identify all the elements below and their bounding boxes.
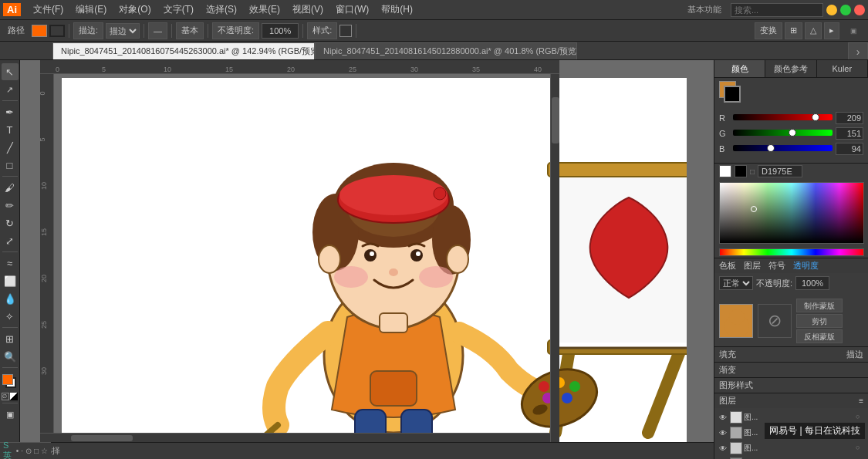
tab-color[interactable]: 颜色 — [714, 60, 765, 77]
transform-label[interactable]: 变换 — [755, 22, 782, 39]
rotate-tool[interactable]: ↻ — [2, 214, 19, 231]
scrollbar-vertical[interactable] — [550, 74, 559, 442]
zoom-tool[interactable]: 🔍 — [2, 348, 19, 365]
minimize-button[interactable] — [826, 5, 837, 15]
gradient-icon[interactable] — [10, 393, 18, 400]
blue-slider-thumb[interactable] — [767, 144, 775, 152]
invert-button[interactable]: 反相蒙版 — [796, 329, 843, 343]
hex-input[interactable] — [758, 165, 802, 177]
artboard-tool[interactable]: ⊞ — [2, 330, 19, 347]
green-value[interactable] — [836, 127, 863, 140]
no-mask-icon[interactable]: ⊘ — [758, 304, 792, 338]
fill-swatch[interactable] — [2, 374, 13, 385]
menu-text[interactable]: 文字(T) — [157, 2, 200, 18]
bottom-dot-2[interactable]: · — [21, 447, 23, 455]
red-value[interactable] — [836, 112, 863, 124]
menu-edit[interactable]: 编辑(E) — [69, 2, 113, 18]
layers-options-icon[interactable]: ≡ — [859, 397, 863, 405]
black-color-icon[interactable] — [735, 165, 747, 177]
menu-select[interactable]: 选择(S) — [200, 2, 243, 18]
svg-rect-40 — [380, 313, 407, 332]
scrollbar-horizontal[interactable] — [40, 433, 550, 442]
brush-mode[interactable]: 描边: — [73, 22, 103, 39]
layer-lock-3[interactable]: ○ — [856, 444, 865, 453]
scale-tool[interactable]: ⤢ — [2, 232, 19, 249]
menu-effect[interactable]: 效果(E) — [243, 2, 286, 18]
rgb-sliders: R G B — [714, 107, 868, 163]
none-icon[interactable]: ∅ — [2, 393, 9, 400]
eyedropper-tool[interactable]: 💧 — [2, 290, 19, 307]
tab-1-label: Nipic_8047451_20140816075445263000.ai* @… — [61, 46, 315, 57]
basic-select[interactable]: 基本 — [176, 22, 204, 39]
null-color-icon[interactable] — [719, 165, 731, 177]
stroke-color-swatch[interactable] — [49, 25, 65, 37]
type-tool[interactable]: T — [2, 121, 19, 138]
more-options[interactable]: ▸ — [824, 22, 839, 39]
close-button[interactable] — [854, 5, 865, 15]
menu-window[interactable]: 窗口(W) — [329, 2, 375, 18]
layer-name-1: 图... — [744, 412, 854, 423]
svg-point-33 — [370, 251, 374, 256]
scrollbar-thumb-v[interactable] — [552, 97, 559, 143]
scrollbar-thumb-h[interactable] — [71, 435, 133, 441]
gradient-tool[interactable]: ⬜ — [2, 272, 19, 289]
background-color[interactable] — [724, 86, 741, 103]
menu-view[interactable]: 视图(V) — [286, 2, 329, 18]
tab-scroll-right[interactable]: › — [848, 42, 868, 59]
maximize-button[interactable] — [840, 5, 851, 15]
ruler-horizontal: 0 5 10 15 20 25 30 35 40 45 — [40, 60, 559, 74]
make-mask-button[interactable]: 制作蒙版 — [796, 299, 843, 312]
layer-visibility-2[interactable]: 👁 — [718, 427, 728, 438]
paintbrush-tool[interactable]: 🖌 — [2, 179, 19, 196]
brush-select[interactable]: 描边 — [106, 23, 140, 39]
transparency-header[interactable]: 色板 图层 符号 透明度 — [714, 258, 868, 273]
blend-mode-select[interactable]: 正常 — [719, 276, 753, 290]
layer-visibility-1[interactable]: 👁 — [718, 412, 728, 423]
layer-visibility-3[interactable]: 👁 — [718, 443, 728, 454]
menu-object[interactable]: 对象(O) — [113, 2, 157, 18]
layer-name-3: 图... — [744, 443, 854, 454]
ruler-vertical: 0 5 10 15 20 25 30 — [40, 74, 54, 442]
svg-point-30 — [434, 187, 446, 200]
tab-document-2[interactable]: Nipic_8047451_20140816145012880000.ai* @… — [315, 42, 577, 59]
svg-point-12 — [569, 381, 580, 392]
stroke-width[interactable]: — — [148, 22, 167, 39]
clip-button[interactable]: 剪切 — [796, 314, 843, 328]
tab-kuler[interactable]: Kuler — [817, 60, 868, 77]
menu-help[interactable]: 帮助(H) — [375, 2, 419, 18]
menu-file[interactable]: 文件(F) — [27, 2, 69, 18]
red-slider-wrap — [733, 114, 833, 122]
layer-item-4[interactable]: 👁 图... ○ — [714, 456, 868, 459]
line-tool[interactable]: ╱ — [2, 139, 19, 156]
direct-select-tool[interactable]: ↗ — [2, 81, 19, 98]
tab-document-1[interactable]: Nipic_8047451_20140816075445263000.ai* @… — [52, 42, 315, 59]
style-label: 样式: — [307, 22, 337, 39]
pathfinder[interactable]: △ — [805, 22, 822, 39]
color-spectrum[interactable] — [719, 182, 864, 244]
style-swatch[interactable] — [339, 25, 352, 37]
blend-tool[interactable]: ⟡ — [2, 308, 19, 325]
layer-lock-1[interactable]: ○ — [856, 413, 865, 422]
opacity-value[interactable] — [795, 276, 829, 290]
pencil-tool[interactable]: ✏ — [2, 197, 19, 214]
bottom-circle[interactable]: ⊙ — [25, 447, 32, 455]
layer-thumb-2 — [730, 427, 742, 439]
opacity-input[interactable] — [262, 23, 299, 39]
options-bar: 路径 描边: 描边 — 基本 不透明度: 样式: 变换 ⊞ △ ▸ ▣ — [0, 20, 868, 42]
layers-header[interactable]: 图层 ≡ — [714, 393, 868, 408]
bottom-square[interactable]: □ — [34, 447, 39, 455]
pen-tool[interactable]: ✒ — [2, 103, 19, 120]
select-tool[interactable]: ↖ — [2, 63, 19, 80]
blue-value[interactable] — [836, 143, 863, 155]
warp-tool[interactable]: ≈ — [2, 255, 19, 272]
hue-bar[interactable] — [719, 248, 864, 256]
align-distribute[interactable]: ⊞ — [785, 22, 802, 39]
fill-color-swatch[interactable] — [32, 25, 47, 37]
tab-color-guide[interactable]: 颜色参考 — [765, 60, 816, 77]
rectangle-tool[interactable]: □ — [2, 157, 19, 174]
layer-item-3[interactable]: 👁 图... ○ — [714, 440, 868, 456]
red-slider-thumb[interactable] — [812, 113, 819, 121]
screen-mode-btn[interactable]: ▣ — [2, 406, 19, 423]
search-input[interactable] — [731, 3, 823, 17]
bottom-star[interactable]: ☆ — [41, 447, 48, 455]
